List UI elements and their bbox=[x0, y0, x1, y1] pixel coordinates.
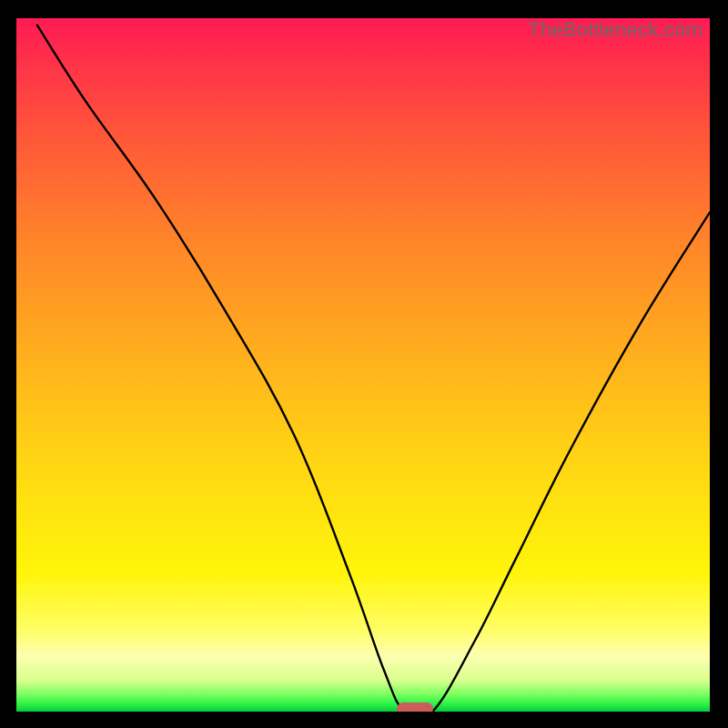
optimal-marker bbox=[397, 703, 433, 712]
bottleneck-curve bbox=[16, 18, 710, 712]
watermark-text: TheBottleneck.com bbox=[528, 18, 703, 42]
plot-area: TheBottleneck.com bbox=[16, 18, 710, 712]
chart-container: TheBottleneck.com bbox=[0, 0, 728, 728]
